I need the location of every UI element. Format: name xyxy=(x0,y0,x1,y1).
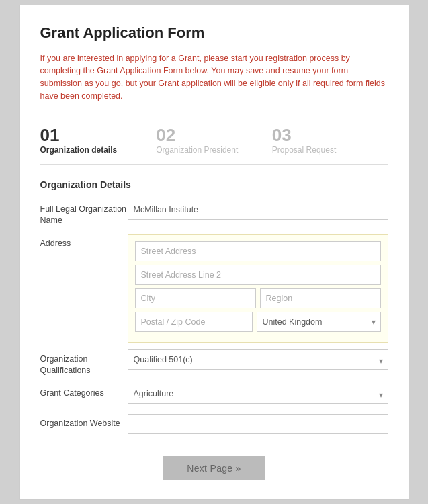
street2-input[interactable] xyxy=(135,265,381,285)
website-fields xyxy=(128,414,388,437)
step-1: 01 Organization details xyxy=(40,126,157,155)
org-name-row: Full Legal Organization Name xyxy=(40,200,388,227)
step-2-label: Organization President xyxy=(156,145,272,155)
website-label: Organization Website xyxy=(40,414,128,430)
next-page-button[interactable]: Next Page » xyxy=(163,456,265,480)
grant-categories-fields: Agriculture Education Health Environment xyxy=(128,384,388,407)
step-3-number: 03 xyxy=(272,126,388,144)
zip-input[interactable] xyxy=(135,312,253,332)
org-name-fields xyxy=(128,200,388,223)
qualifications-fields: Qualified 501(c) Other xyxy=(128,349,388,373)
grant-categories-label: Grant Categories xyxy=(40,384,128,400)
qualifications-select-wrapper: Qualified 501(c) Other xyxy=(128,349,388,373)
steps-container: 01 Organization details 02 Organization … xyxy=(40,126,388,165)
country-select-wrapper: United Kingdom United States Canada Aust… xyxy=(257,312,381,332)
step-3-label: Proposal Request xyxy=(272,145,388,155)
org-name-label: Full Legal Organization Name xyxy=(40,200,128,227)
step-1-number: 01 xyxy=(40,126,157,144)
website-row: Organization Website xyxy=(40,414,388,437)
city-input[interactable] xyxy=(135,288,256,308)
grant-categories-select-wrapper: Agriculture Education Health Environment xyxy=(128,384,388,407)
page-container: Grant Application Form If you are intere… xyxy=(19,5,409,500)
address-block: United Kingdom United States Canada Aust… xyxy=(128,234,388,343)
street1-input[interactable] xyxy=(135,241,381,261)
address-label: Address xyxy=(40,234,128,250)
page-title: Grant Application Form xyxy=(40,24,388,42)
website-input[interactable] xyxy=(128,414,388,434)
step-2: 02 Organization President xyxy=(156,126,272,155)
step-3: 03 Proposal Request xyxy=(272,126,388,155)
city-region-row xyxy=(135,288,381,308)
qualifications-row: Organization Qualifications Qualified 50… xyxy=(40,349,388,377)
region-input[interactable] xyxy=(260,288,381,308)
intro-text: If you are interested in applying for a … xyxy=(40,52,388,114)
next-btn-row: Next Page » xyxy=(40,456,388,480)
grant-categories-row: Grant Categories Agriculture Education H… xyxy=(40,384,388,407)
step-2-number: 02 xyxy=(156,126,272,144)
country-select[interactable]: United Kingdom United States Canada Aust… xyxy=(257,312,381,332)
step-1-label: Organization details xyxy=(40,145,157,155)
grant-categories-select[interactable]: Agriculture Education Health Environment xyxy=(128,384,388,404)
section-title: Organization Details xyxy=(40,179,388,190)
org-name-input[interactable] xyxy=(128,200,388,220)
qualifications-select[interactable]: Qualified 501(c) Other xyxy=(128,349,388,370)
address-row: Address United Kingdom United States Can… xyxy=(40,234,388,343)
qualifications-label: Organization Qualifications xyxy=(40,349,128,377)
zip-country-row: United Kingdom United States Canada Aust… xyxy=(135,312,381,332)
